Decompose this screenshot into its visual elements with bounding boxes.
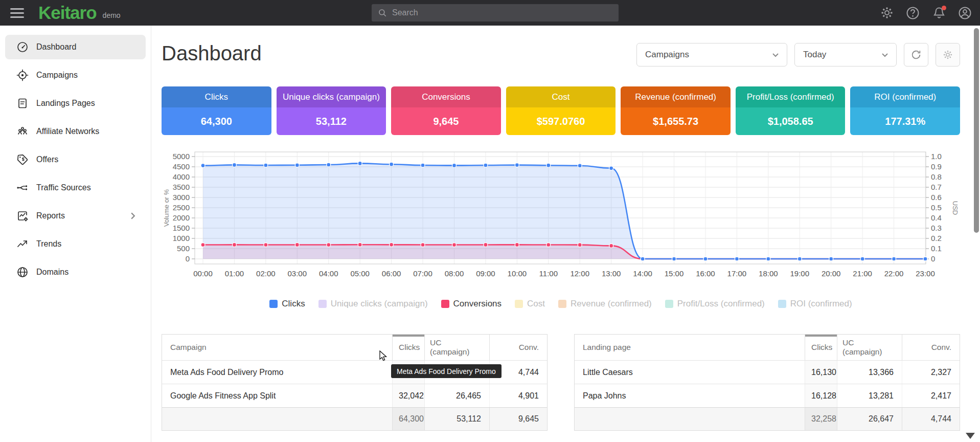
column-header-clicks[interactable]: Clicks — [392, 335, 425, 360]
svg-text:0.9: 0.9 — [931, 162, 942, 171]
total-clicks: 32,258 — [805, 408, 837, 430]
svg-text:11:00: 11:00 — [539, 269, 558, 278]
sidebar: DashboardCampaignsLandings PagesAffiliat… — [0, 26, 151, 442]
table-row[interactable]: Little Caesars16,13013,3662,327 — [575, 360, 960, 384]
table-header-row: Landing pageClicksUC (campaign)Conv. — [575, 335, 960, 360]
chart-legend: ClicksUnique clicks (campaign)Conversion… — [162, 299, 960, 309]
sidebar-item-label: Campaigns — [36, 71, 78, 80]
column-header-conv[interactable]: Conv. — [489, 335, 547, 360]
help-icon[interactable] — [906, 6, 920, 20]
row-uc: 26,465 — [425, 384, 489, 407]
legend-label: Unique clicks (campaign) — [331, 299, 428, 309]
grouping-select[interactable]: Campaigns — [636, 43, 787, 67]
svg-text:1500: 1500 — [173, 224, 190, 232]
column-header[interactable]: Landing page — [575, 335, 805, 360]
legend-item-roi-confirmed-[interactable]: ROI (confirmed) — [778, 299, 852, 309]
search-input[interactable] — [392, 8, 612, 17]
search-icon — [378, 8, 387, 17]
sort-indicator — [393, 335, 424, 337]
dashboard-settings-button[interactable] — [936, 43, 960, 67]
legend-item-profit-loss-confirmed-[interactable]: Profit/Loss (confirmed) — [665, 299, 765, 309]
row-name[interactable]: Papa Johns — [575, 384, 805, 407]
notifications-icon[interactable] — [932, 6, 946, 20]
stat-card-value: $1,655.73 — [621, 107, 731, 135]
table-header-row: CampaignClicksUC (campaign)Conv. — [162, 335, 547, 360]
sidebar-item-campaigns[interactable]: Campaigns — [5, 63, 146, 87]
table-row[interactable]: Papa Johns16,12813,2812,417 — [575, 384, 960, 407]
total-conv: 9,645 — [489, 408, 547, 430]
vertical-scrollbar[interactable] — [974, 28, 979, 233]
sidebar-item-trends[interactable]: Trends — [5, 232, 146, 256]
stat-card-profit-loss-confirmed-[interactable]: Profit/Loss (confirmed)$1,058.65 — [736, 86, 846, 135]
account-icon[interactable] — [958, 6, 972, 20]
menu-toggle-button[interactable] — [0, 0, 26, 26]
svg-text:13:00: 13:00 — [602, 269, 621, 278]
scroll-down-arrow[interactable] — [966, 433, 975, 439]
row-conv: 2,327 — [902, 361, 960, 384]
row-clicks: 16,128 — [805, 384, 837, 407]
sidebar-item-landings-pages[interactable]: Landings Pages — [5, 91, 146, 116]
svg-text:3500: 3500 — [173, 183, 190, 191]
stat-card-roi-confirmed-[interactable]: ROI (confirmed)177.31% — [850, 86, 960, 135]
stat-card-clicks[interactable]: Clicks64,300 — [162, 86, 271, 135]
legend-item-cost[interactable]: Cost — [515, 299, 545, 309]
legend-item-clicks[interactable]: Clicks — [269, 299, 305, 309]
sidebar-item-offers[interactable]: Offers — [5, 147, 146, 172]
sidebar-item-label: Trends — [36, 239, 61, 249]
svg-text:3000: 3000 — [173, 193, 190, 202]
svg-text:20:00: 20:00 — [822, 269, 841, 278]
svg-text:0: 0 — [186, 254, 190, 263]
chevron-right-icon — [128, 211, 138, 220]
svg-text:16:00: 16:00 — [696, 269, 715, 278]
svg-text:22:00: 22:00 — [884, 269, 904, 278]
stat-card-value: $1,058.65 — [736, 107, 846, 135]
legend-item-conversions[interactable]: Conversions — [441, 299, 502, 309]
chevron-down-icon — [881, 51, 889, 59]
legend-item-unique-clicks-campaign-[interactable]: Unique clicks (campaign) — [318, 299, 428, 309]
column-header-uc[interactable]: UC (campaign) — [837, 335, 902, 360]
column-header-conv[interactable]: Conv. — [902, 335, 960, 360]
table-row[interactable]: Google Ads Fitness App Split32,04226,465… — [162, 384, 547, 407]
sidebar-item-domains[interactable]: Domains — [5, 260, 146, 284]
sort-indicator — [805, 335, 837, 337]
svg-text:10:00: 10:00 — [508, 269, 527, 278]
row-name[interactable]: Little Caesars — [575, 361, 805, 384]
row-clicks: 32,042 — [392, 384, 425, 407]
page-title: Dashboard — [162, 42, 262, 65]
row-name[interactable]: Google Ads Fitness App Split — [162, 384, 392, 407]
sidebar-item-affiliate-networks[interactable]: Affiliate Networks — [5, 119, 146, 144]
sidebar-item-dashboard[interactable]: Dashboard — [5, 35, 146, 59]
svg-text:21:00: 21:00 — [853, 269, 872, 278]
app-logo: Keitaro — [38, 3, 97, 23]
sidebar-item-reports[interactable]: Reports — [5, 204, 146, 228]
svg-text:2500: 2500 — [173, 203, 190, 212]
legend-item-revenue-confirmed-[interactable]: Revenue (confirmed) — [558, 299, 652, 309]
sidebar-item-label: Traffic Sources — [36, 183, 91, 192]
stat-card-revenue-confirmed-[interactable]: Revenue (confirmed)$1,655.73 — [621, 86, 731, 135]
column-header-uc[interactable]: UC (campaign) — [425, 335, 489, 360]
affiliate-icon — [16, 125, 29, 138]
legend-swatch — [318, 300, 327, 308]
stat-card-label: Revenue (confirmed) — [621, 86, 731, 107]
column-header[interactable]: Campaign — [162, 335, 392, 360]
sidebar-item-label: Domains — [36, 268, 69, 277]
svg-text:00:00: 00:00 — [193, 269, 213, 278]
column-header-clicks[interactable]: Clicks — [805, 335, 837, 360]
stat-card-cost[interactable]: Cost$597.0760 — [506, 86, 616, 135]
stat-card-conversions[interactable]: Conversions9,645 — [391, 86, 501, 135]
date-range-value: Today — [803, 50, 826, 60]
reports-icon — [16, 210, 29, 222]
sidebar-item-traffic-sources[interactable]: Traffic Sources — [5, 175, 146, 200]
total-uc: 53,112 — [425, 408, 489, 430]
environment-label: demo — [103, 11, 121, 19]
stat-card-unique-clicks-campaign-[interactable]: Unique clicks (campaign)53,112 — [277, 86, 386, 135]
svg-text:1.0: 1.0 — [931, 152, 942, 161]
refresh-button[interactable] — [904, 43, 928, 67]
svg-text:0.4: 0.4 — [931, 213, 942, 222]
date-range-select[interactable]: Today — [794, 43, 897, 67]
svg-text:09:00: 09:00 — [476, 269, 495, 278]
row-name[interactable]: Meta Ads Food Delivery Promo — [162, 361, 392, 384]
svg-text:USD: USD — [951, 201, 959, 215]
search-bar[interactable] — [372, 4, 619, 21]
gear-icon[interactable] — [880, 6, 894, 20]
